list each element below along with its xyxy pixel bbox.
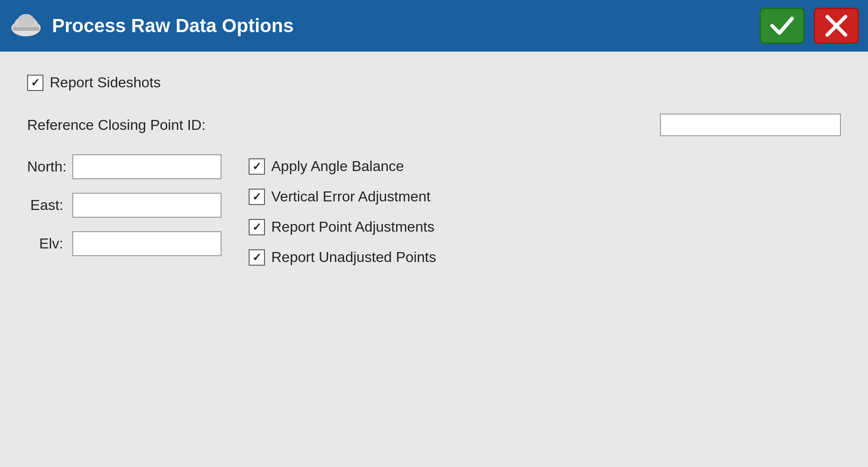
report-sideshots-row: Report Sideshots — [27, 74, 841, 91]
window-title: Process Raw Data Options — [52, 15, 750, 37]
reference-closing-point-row: Reference Closing Point ID: — [27, 114, 841, 136]
north-row: North: — [27, 154, 222, 179]
report-unadjusted-points-wrapper[interactable]: Report Unadjusted Points — [249, 249, 436, 266]
vertical-error-adjustment-label: Vertical Error Adjustment — [271, 188, 430, 205]
report-point-adjustments-wrapper[interactable]: Report Point Adjustments — [249, 219, 436, 235]
report-unadjusted-points-label: Report Unadjusted Points — [271, 249, 436, 266]
vertical-error-adjustment-wrapper[interactable]: Vertical Error Adjustment — [249, 188, 436, 205]
report-sideshots-label: Report Sideshots — [50, 74, 160, 91]
report-sideshots-checkbox-wrapper[interactable]: Report Sideshots — [27, 74, 160, 91]
content-area: Report Sideshots Reference Closing Point… — [0, 52, 868, 467]
report-point-adjustments-label: Report Point Adjustments — [271, 219, 434, 235]
report-unadjusted-points-checkbox[interactable] — [249, 249, 265, 266]
options-checkboxes: Apply Angle Balance Vertical Error Adjus… — [249, 154, 436, 266]
app-icon — [9, 9, 43, 43]
elv-input[interactable] — [72, 231, 222, 256]
fields-section: North: East: Elv: Apply Angle Balance Ve… — [27, 154, 841, 266]
north-input[interactable] — [72, 154, 222, 179]
north-label: North: — [27, 158, 63, 175]
title-bar: Process Raw Data Options — [0, 0, 868, 52]
vertical-error-adjustment-checkbox[interactable] — [249, 189, 265, 205]
elv-row: Elv: — [27, 231, 222, 256]
elv-label: Elv: — [27, 235, 63, 252]
reference-closing-point-input[interactable] — [660, 114, 841, 136]
coordinate-fields: North: East: Elv: — [27, 154, 222, 266]
east-input[interactable] — [72, 193, 222, 218]
apply-angle-balance-wrapper[interactable]: Apply Angle Balance — [249, 158, 436, 175]
svg-rect-1 — [13, 27, 39, 31]
cancel-button[interactable] — [814, 8, 859, 44]
report-sideshots-checkbox[interactable] — [27, 75, 43, 91]
east-row: East: — [27, 193, 222, 218]
east-label: East: — [27, 197, 63, 214]
ok-button[interactable] — [760, 8, 805, 44]
reference-closing-point-label: Reference Closing Point ID: — [27, 117, 217, 133]
apply-angle-balance-label: Apply Angle Balance — [271, 158, 404, 175]
apply-angle-balance-checkbox[interactable] — [249, 158, 265, 175]
svg-point-2 — [18, 14, 34, 27]
report-point-adjustments-checkbox[interactable] — [249, 219, 265, 235]
